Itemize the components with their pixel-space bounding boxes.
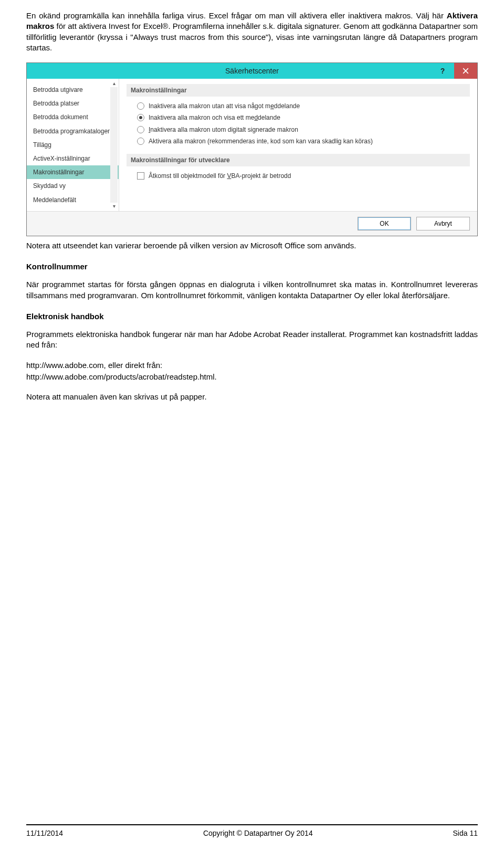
radio-label: Inaktivera alla makron utan att visa någ… bbox=[149, 102, 300, 110]
radio-icon bbox=[137, 138, 144, 145]
close-button[interactable] bbox=[454, 63, 477, 79]
help-button[interactable]: ? bbox=[431, 63, 454, 79]
radio-icon bbox=[137, 102, 144, 110]
radio-disable-no-notify[interactable]: Inaktivera alla makron utan att visa någ… bbox=[137, 102, 470, 110]
dialog-footer: OK Avbryt bbox=[27, 211, 477, 236]
intro-paragraph: En okänd programkälla kan innehålla farl… bbox=[26, 10, 478, 53]
handbok-links: http://www.adobe.com, eller direkt från:… bbox=[26, 360, 478, 383]
radio-label: Aktivera alla makron (rekommenderas inte… bbox=[149, 137, 373, 145]
dialog-content: Makroinställningar Inaktivera alla makro… bbox=[119, 79, 477, 211]
dialog-titlebar: Säkerhetscenter ? bbox=[27, 63, 477, 79]
titlebar-buttons: ? bbox=[431, 63, 477, 79]
dialog-body: ▴ ▾ Betrodda utgivare Betrodda platser B… bbox=[27, 79, 477, 211]
developer-macro-header: Makroinställningar för utvecklare bbox=[127, 154, 470, 166]
dialog-title: Säkerhetscenter bbox=[27, 66, 477, 76]
dialog-nav: ▴ ▾ Betrodda utgivare Betrodda platser B… bbox=[27, 79, 119, 211]
intro-text-b: för att aktivera Invest for Excel®. Prog… bbox=[26, 22, 478, 52]
adobe-link-2[interactable]: http://www.adobe.com/products/acrobat/re… bbox=[26, 372, 215, 381]
close-icon bbox=[463, 68, 469, 74]
radio-label: Inaktivera alla makron och visa ett medd… bbox=[149, 113, 280, 122]
footer-copyright: Copyright © Datapartner Oy 2014 bbox=[203, 828, 313, 838]
nav-activex[interactable]: ActiveX-inställningar bbox=[27, 152, 119, 165]
nav-trusted-locations[interactable]: Betrodda platser bbox=[27, 97, 119, 110]
handbok-heading: Elektronisk handbok bbox=[26, 311, 478, 322]
after-dialog-note: Notera att utseendet kan varierar beroen… bbox=[26, 240, 478, 251]
handbok-paragraph-3: Notera att manualen även kan skrivas ut … bbox=[26, 392, 478, 402]
kontrollnummer-heading: Kontrollnummer bbox=[26, 261, 478, 272]
radio-disable-notify[interactable]: Inaktivera alla makron och visa ett medd… bbox=[137, 113, 470, 122]
page-footer: 11/11/2014 Copyright © Datapartner Oy 20… bbox=[26, 824, 478, 838]
footer-date: 11/11/2014 bbox=[26, 828, 63, 838]
macro-settings-header: Makroinställningar bbox=[127, 84, 470, 97]
radio-label: Inaktivera alla makron utom digitalt sig… bbox=[149, 125, 298, 134]
link-suffix: , eller direkt från: bbox=[104, 361, 163, 370]
checkbox-label: Åtkomst till objektmodell för VBA-projek… bbox=[149, 172, 291, 180]
radio-enable-all[interactable]: Aktivera alla makron (rekommenderas inte… bbox=[137, 137, 470, 145]
security-center-dialog: Säkerhetscenter ? ▴ ▾ Betrodda utgivare … bbox=[26, 62, 478, 236]
scroll-track[interactable] bbox=[110, 87, 118, 203]
nav-macro-settings[interactable]: Makroinställningar bbox=[27, 165, 119, 179]
radio-icon bbox=[137, 126, 144, 133]
checkbox-vba-access[interactable]: Åtkomst till objektmodell för VBA-projek… bbox=[137, 172, 470, 180]
footer-page: Sida 11 bbox=[453, 828, 478, 838]
intro-text-a: En okänd programkälla kan innehålla farl… bbox=[26, 11, 447, 20]
nav-message-bar[interactable]: Meddelandefält bbox=[27, 193, 119, 207]
nav-addins[interactable]: Tillägg bbox=[27, 138, 119, 152]
handbok-paragraph-1: Programmets elektroniska handbok fungera… bbox=[26, 329, 478, 351]
scroll-down-icon[interactable]: ▾ bbox=[110, 203, 118, 210]
link-period: . bbox=[215, 372, 217, 381]
nav-trusted-catalogs[interactable]: Betrodda programkataloger bbox=[27, 124, 119, 138]
checkbox-icon bbox=[137, 172, 144, 180]
adobe-link-1[interactable]: http://www.adobe.com bbox=[26, 361, 104, 370]
radio-disable-except-signed[interactable]: Inaktivera alla makron utom digitalt sig… bbox=[137, 125, 470, 134]
nav-protected-view[interactable]: Skyddad vy bbox=[27, 179, 119, 193]
scroll-up-icon[interactable]: ▴ bbox=[110, 80, 118, 87]
radio-icon bbox=[137, 114, 144, 121]
kontrollnummer-paragraph: När programmet startas för första gången… bbox=[26, 279, 478, 301]
cancel-button[interactable]: Avbryt bbox=[416, 217, 470, 230]
nav-trusted-documents[interactable]: Betrodda dokument bbox=[27, 110, 119, 124]
ok-button[interactable]: OK bbox=[358, 217, 411, 230]
nav-trusted-publishers[interactable]: Betrodda utgivare bbox=[27, 83, 119, 97]
